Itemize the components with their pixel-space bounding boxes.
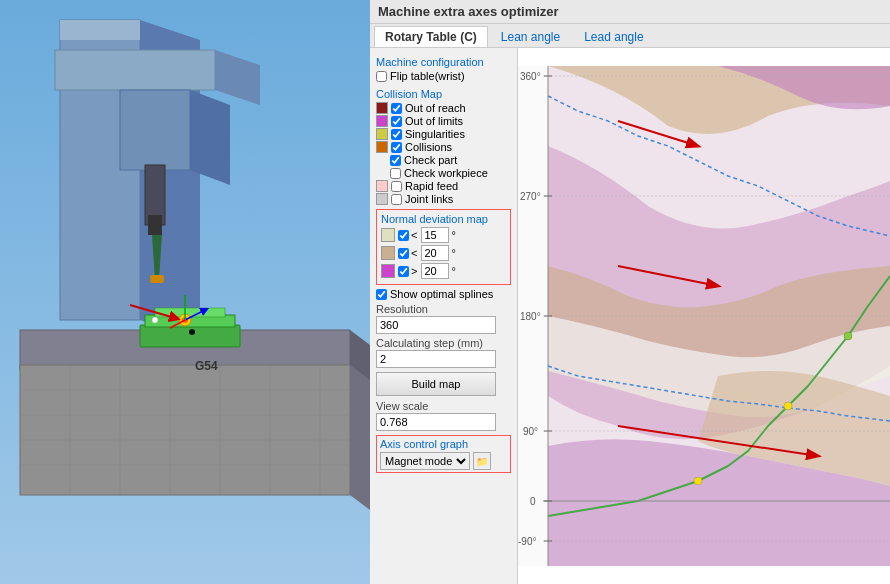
- resolution-input[interactable]: [376, 316, 496, 334]
- check-workpiece-row: Check workpiece: [390, 167, 511, 179]
- controls-panel: Machine configuration Flip table(wrist) …: [370, 48, 518, 584]
- out-of-limits-row: Out of limits: [376, 115, 511, 127]
- svg-point-54: [844, 332, 852, 340]
- check-workpiece-checkbox[interactable]: [390, 168, 401, 179]
- svg-rect-4: [55, 50, 215, 90]
- svg-marker-7: [190, 90, 230, 185]
- out-of-limits-label: Out of limits: [405, 115, 463, 127]
- svg-text:0: 0: [530, 496, 536, 507]
- check-workpiece-label: Check workpiece: [404, 167, 488, 179]
- calc-step-label: Calculating step (mm): [376, 337, 511, 349]
- chart-svg: 360° 270° 180° 90° 0 -90°: [518, 48, 890, 584]
- 3d-viewport: G54: [0, 0, 370, 584]
- dev3-input[interactable]: [421, 263, 449, 279]
- dev1-input[interactable]: [421, 227, 449, 243]
- dev2-unit: °: [451, 247, 455, 259]
- dev3-checkbox[interactable]: [398, 266, 409, 277]
- splines-row: Show optimal splines: [376, 288, 511, 300]
- svg-rect-11: [150, 275, 164, 283]
- dev1-swatch: [381, 228, 395, 242]
- deviation-row-1: < °: [381, 227, 506, 243]
- splines-label: Show optimal splines: [390, 288, 493, 300]
- flip-table-checkbox[interactable]: [376, 71, 387, 82]
- deviation-row-2: < °: [381, 245, 506, 261]
- resolution-label: Resolution: [376, 303, 511, 315]
- check-part-label: Check part: [404, 154, 457, 166]
- singularities-checkbox[interactable]: [391, 129, 402, 140]
- svg-text:360°: 360°: [520, 71, 541, 82]
- svg-point-36: [152, 317, 158, 323]
- rapid-feed-swatch: [376, 180, 388, 192]
- joint-links-label: Joint links: [405, 193, 453, 205]
- singularities-row: Singularities: [376, 128, 511, 140]
- joint-links-checkbox[interactable]: [391, 194, 402, 205]
- svg-text:-90°: -90°: [518, 536, 536, 547]
- svg-text:90°: 90°: [523, 426, 538, 437]
- collision-map-label: Collision Map: [376, 88, 511, 100]
- svg-rect-6: [120, 90, 190, 170]
- out-of-reach-swatch: [376, 102, 388, 114]
- out-of-limits-swatch: [376, 115, 388, 127]
- dev3-operator: >: [411, 265, 417, 277]
- normal-deviation-section: Normal deviation map < ° < °: [376, 209, 511, 285]
- out-of-reach-row: Out of reach: [376, 102, 511, 114]
- joint-links-swatch: [376, 193, 388, 205]
- collisions-row: Collisions: [376, 141, 511, 153]
- out-of-reach-label: Out of reach: [405, 102, 466, 114]
- axis-control-label: Axis control graph: [380, 438, 507, 450]
- out-of-limits-checkbox[interactable]: [391, 116, 402, 127]
- dev1-unit: °: [451, 229, 455, 241]
- dev2-operator: <: [411, 247, 417, 259]
- main-content: Machine configuration Flip table(wrist) …: [370, 48, 890, 584]
- check-part-row: Check part: [390, 154, 511, 166]
- svg-text:270°: 270°: [520, 191, 541, 202]
- dev3-unit: °: [451, 265, 455, 277]
- dev2-input[interactable]: [421, 245, 449, 261]
- svg-rect-9: [148, 215, 162, 235]
- rapid-feed-checkbox[interactable]: [391, 181, 402, 192]
- axis-select-row: Magnet mode Free mode Lock mode 📁: [380, 452, 507, 470]
- tab-bar: Rotary Table (C) Lean angle Lead angle: [370, 24, 890, 48]
- folder-button[interactable]: 📁: [473, 452, 491, 470]
- machine-config-label: Machine configuration: [376, 56, 511, 68]
- svg-marker-15: [350, 365, 370, 510]
- calc-step-input[interactable]: [376, 350, 496, 368]
- tab-lean[interactable]: Lean angle: [490, 26, 571, 47]
- svg-text:G54: G54: [195, 359, 218, 373]
- tab-rotary[interactable]: Rotary Table (C): [374, 26, 488, 47]
- check-part-checkbox[interactable]: [390, 155, 401, 166]
- svg-text:180°: 180°: [520, 311, 541, 322]
- svg-rect-26: [140, 325, 240, 347]
- axis-control-select[interactable]: Magnet mode Free mode Lock mode: [380, 452, 470, 470]
- flip-table-label: Flip table(wrist): [390, 70, 465, 82]
- joint-links-row: Joint links: [376, 193, 511, 205]
- dev1-checkbox[interactable]: [398, 230, 409, 241]
- normal-deviation-label: Normal deviation map: [381, 213, 506, 225]
- singularities-label: Singularities: [405, 128, 465, 140]
- collisions-checkbox[interactable]: [391, 142, 402, 153]
- svg-point-52: [694, 477, 702, 485]
- chart-area: 360° 270° 180° 90° 0 -90°: [518, 48, 890, 584]
- tab-lead[interactable]: Lead angle: [573, 26, 654, 47]
- svg-point-53: [784, 402, 792, 410]
- title-text: Machine extra axes optimizer: [378, 4, 559, 19]
- dev2-checkbox[interactable]: [398, 248, 409, 259]
- deviation-row-3: > °: [381, 263, 506, 279]
- view-scale-label: View scale: [376, 400, 511, 412]
- out-of-reach-checkbox[interactable]: [391, 103, 402, 114]
- panel-title: Machine extra axes optimizer: [370, 0, 890, 24]
- flip-table-row: Flip table(wrist): [376, 70, 511, 82]
- svg-rect-2: [60, 20, 140, 40]
- build-map-button[interactable]: Build map: [376, 372, 496, 396]
- dev3-swatch: [381, 264, 395, 278]
- singularities-swatch: [376, 128, 388, 140]
- dev1-operator: <: [411, 229, 417, 241]
- axis-control-section: Axis control graph Magnet mode Free mode…: [376, 435, 511, 473]
- view-scale-input[interactable]: [376, 413, 496, 431]
- collisions-label: Collisions: [405, 141, 452, 153]
- svg-point-37: [189, 329, 195, 335]
- splines-checkbox[interactable]: [376, 289, 387, 300]
- rapid-feed-row: Rapid feed: [376, 180, 511, 192]
- rapid-feed-label: Rapid feed: [405, 180, 458, 192]
- svg-rect-14: [20, 365, 350, 495]
